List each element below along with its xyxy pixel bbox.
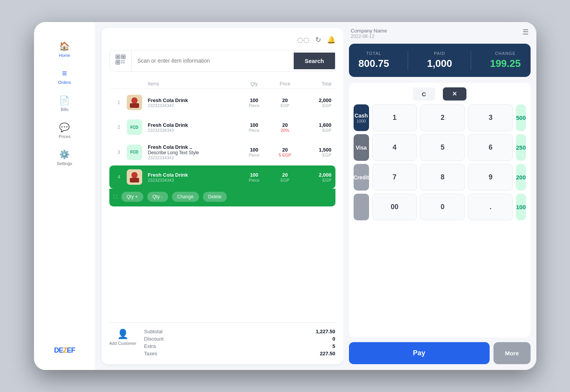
- item-thumbnail: [127, 169, 142, 185]
- key-8[interactable]: 8: [420, 164, 465, 191]
- col-total: Total: [301, 81, 332, 87]
- bills-icon: 📄: [59, 95, 70, 106]
- sidebar-item-home[interactable]: 🏠 Home: [51, 37, 78, 61]
- header-icons: ◌◌ ↻ 🔔: [109, 36, 335, 44]
- add-customer-icon: 👤: [117, 329, 129, 339]
- sidebar-item-bills[interactable]: 📄 Bills: [51, 92, 78, 116]
- bottom-actions: Pay More: [349, 342, 531, 364]
- totals-section: Subtotal 1,227.50 Discount 0 Extra 5 Tax…: [144, 329, 335, 356]
- prices-icon: 💬: [59, 123, 70, 133]
- row-actions: ∷ Qty + Qty - Change Delete: [109, 189, 335, 206]
- qty-plus-button[interactable]: Qty +: [121, 192, 143, 202]
- summary-paid: PAID 1,000: [427, 51, 452, 70]
- summary-box: TOTAL 800.75 PAID 1,000 CHANGE 199.25: [349, 44, 531, 77]
- pos-left-panel: ◌◌ ↻ 🔔: [102, 28, 343, 364]
- svg-point-11: [131, 97, 138, 104]
- svg-rect-6: [121, 60, 123, 61]
- key-6[interactable]: 6: [468, 134, 513, 161]
- pos-layout: ◌◌ ↻ 🔔: [96, 22, 536, 370]
- summary-total: TOTAL 800.75: [359, 51, 390, 70]
- sidebar-item-settings[interactable]: ⚙️ Settings: [51, 146, 78, 170]
- table-row[interactable]: 2 FCD Fresh Cola Drink 23232334343 100 P…: [109, 116, 335, 139]
- key-1[interactable]: 1: [372, 104, 417, 131]
- quick-250[interactable]: 250: [516, 134, 526, 161]
- table-row-selected[interactable]: 4 Fresh Cola Drink 23232334343 100 Piece: [109, 165, 335, 189]
- svg-rect-12: [130, 103, 139, 108]
- backspace-button[interactable]: ✕: [443, 87, 466, 101]
- clear-button[interactable]: C: [413, 87, 436, 101]
- table-row[interactable]: 1 Fresh Cola Drink 23232334343 100 Piece: [109, 91, 335, 114]
- key-7[interactable]: 7: [372, 164, 417, 191]
- summary-change: CHANGE 199.25: [490, 51, 521, 70]
- qr-icon: [110, 50, 132, 71]
- summary-divider-2: [471, 51, 471, 70]
- extra-button[interactable]: [354, 194, 369, 220]
- search-bar: Search: [109, 50, 335, 72]
- numpad-controls: C ✕: [354, 87, 526, 101]
- pos-right-panel: Company Name 2022-08-12 ☰ TOTAL 800.75 P…: [343, 22, 536, 370]
- svg-rect-7: [123, 60, 124, 61]
- orders-icon: ≡: [62, 68, 67, 78]
- number-keys: 1 2 3 4 5 6 7 8 9 00 0 .: [372, 104, 513, 220]
- add-customer-button[interactable]: 👤 Add Customer: [109, 329, 136, 346]
- company-header: Company Name 2022-08-12 ☰: [349, 28, 531, 39]
- key-4[interactable]: 4: [372, 134, 417, 161]
- settings-icon: ⚙️: [59, 150, 70, 160]
- qty-minus-button[interactable]: Qty -: [147, 192, 168, 202]
- backspace-icon: ✕: [452, 90, 457, 97]
- item-thumbnail: [127, 95, 142, 110]
- bell-icon[interactable]: 🔔: [327, 36, 335, 44]
- pos-footer: 👤 Add Customer Subtotal 1,227.50 Discoun…: [109, 322, 335, 356]
- svg-rect-8: [121, 62, 123, 63]
- item-thumbnail: FCD: [127, 119, 142, 135]
- key-5[interactable]: 5: [420, 134, 465, 161]
- more-button[interactable]: More: [493, 342, 531, 364]
- svg-rect-5: [117, 61, 119, 63]
- numpad-grid: Cash 1000 Visa Credit 1 2 3 4: [354, 104, 526, 220]
- summary-divider: [408, 51, 408, 70]
- table-header: Items Qty Price Total: [109, 79, 335, 89]
- app-logo: DEZEF: [54, 346, 75, 355]
- key-9[interactable]: 9: [468, 164, 513, 191]
- payment-methods: Cash 1000 Visa Credit: [354, 104, 369, 220]
- device-frame: 🏠 Home ≡ Orders 📄 Bills 💬 Prices ⚙️ Sett…: [34, 22, 536, 370]
- svg-point-14: [131, 172, 138, 178]
- col-price: Price: [272, 81, 299, 87]
- cash-button[interactable]: Cash 1000: [354, 104, 369, 131]
- key-dot[interactable]: .: [468, 194, 513, 220]
- table-row[interactable]: 3 FCD Fresh Cola Drink .. Describe Long …: [109, 140, 335, 164]
- menu-icon[interactable]: ☰: [522, 28, 529, 36]
- item-thumbnail: FCD: [127, 145, 142, 160]
- home-icon: 🏠: [59, 41, 70, 51]
- key-0[interactable]: 0: [420, 194, 465, 220]
- quick-200[interactable]: 200: [516, 164, 526, 191]
- svg-rect-1: [117, 56, 119, 58]
- change-button[interactable]: Change: [172, 192, 199, 202]
- drag-handle-icon[interactable]: ∷: [113, 193, 117, 201]
- svg-rect-3: [122, 56, 124, 58]
- key-00[interactable]: 00: [372, 194, 417, 220]
- key-2[interactable]: 2: [420, 104, 465, 131]
- quick-500[interactable]: 500: [516, 104, 526, 131]
- numpad-area: C ✕ Cash 1000 Visa: [349, 83, 531, 337]
- wifi-icon: ◌◌: [297, 36, 310, 44]
- items-table: 1 Fresh Cola Drink 23232334343 100 Piece: [109, 91, 335, 319]
- logo-accent: Z: [63, 346, 67, 354]
- quick-amounts: 500 250 200 100: [516, 104, 526, 220]
- col-qty: Qty: [239, 81, 270, 87]
- visa-button[interactable]: Visa: [354, 134, 369, 161]
- sidebar-item-orders[interactable]: ≡ Orders: [51, 65, 78, 89]
- refresh-icon[interactable]: ↻: [315, 36, 321, 44]
- key-3[interactable]: 3: [468, 104, 513, 131]
- svg-rect-9: [123, 62, 124, 63]
- quick-100[interactable]: 100: [516, 194, 526, 220]
- credit-button[interactable]: Credit: [354, 164, 369, 191]
- search-input[interactable]: [132, 53, 294, 68]
- svg-rect-15: [130, 178, 139, 182]
- company-date: 2022-08-12: [351, 34, 387, 39]
- delete-button[interactable]: Delete: [203, 192, 227, 202]
- pay-button[interactable]: Pay: [349, 342, 490, 364]
- main-content: ◌◌ ↻ 🔔: [96, 22, 536, 370]
- sidebar-item-prices[interactable]: 💬 Prices: [51, 119, 78, 143]
- search-button[interactable]: Search: [294, 53, 335, 69]
